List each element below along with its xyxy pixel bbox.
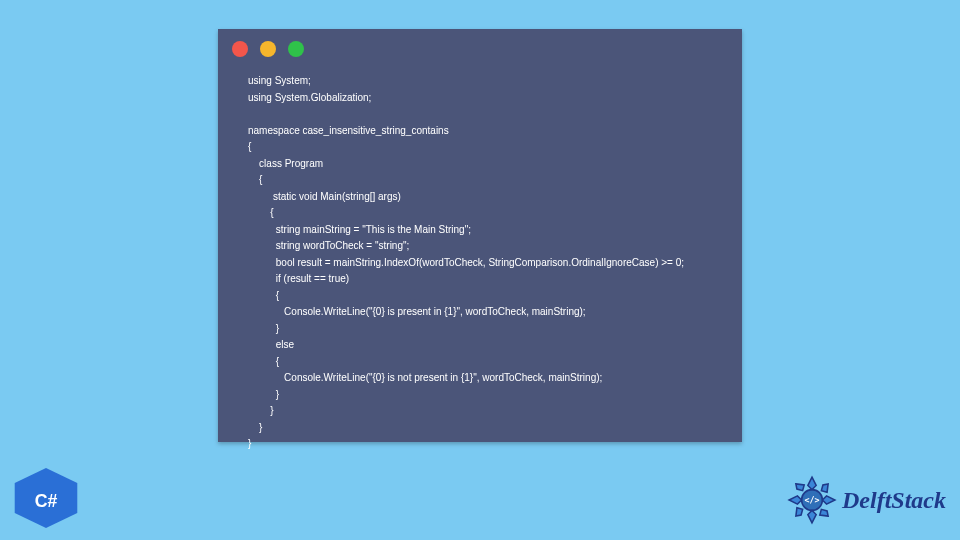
close-icon: [232, 41, 248, 57]
code-block: using System; using System.Globalization…: [218, 63, 742, 463]
csharp-label: C#: [35, 491, 58, 511]
delftstack-emblem-icon: </>: [786, 474, 838, 526]
window-traffic-lights: [218, 29, 742, 63]
svg-text:</>: </>: [805, 495, 820, 505]
csharp-logo-icon: C#: [12, 468, 80, 528]
delftstack-logo: </> DelftStack: [786, 474, 946, 526]
delftstack-brand-text: DelftStack: [842, 487, 946, 514]
minimize-icon: [260, 41, 276, 57]
maximize-icon: [288, 41, 304, 57]
code-window: using System; using System.Globalization…: [218, 29, 742, 442]
